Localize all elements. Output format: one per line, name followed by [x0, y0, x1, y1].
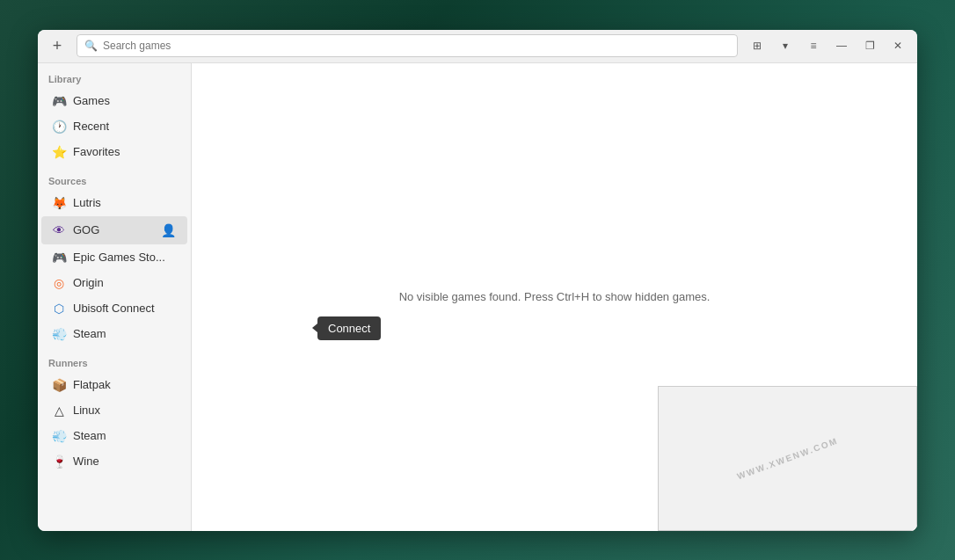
favorites-icon: ⭐ — [52, 145, 66, 159]
grid-view-button[interactable]: ⊞ — [745, 33, 769, 58]
sidebar-item-label: Steam — [73, 429, 177, 442]
recent-icon: 🕐 — [52, 120, 66, 134]
dropdown-button[interactable]: ▾ — [773, 33, 798, 58]
sources-section-label: Sources — [38, 165, 191, 190]
sidebar-item-label: Origin — [73, 276, 177, 289]
content-area: No visible games found. Press Ctrl+H to … — [192, 63, 917, 531]
sidebar-item-label: Recent — [73, 120, 177, 133]
close-button[interactable]: ✕ — [886, 33, 910, 58]
sidebar-item-steam[interactable]: 💨 Steam — [41, 322, 187, 346]
minimize-button[interactable]: — — [829, 33, 854, 58]
watermark-overlay: WWW.XWENW.COM — [658, 386, 917, 531]
sidebar-item-games[interactable]: 🎮 Games — [41, 89, 187, 113]
sidebar-item-label: Games — [73, 94, 177, 107]
epic-icon: 🎮 — [52, 251, 66, 265]
sidebar-item-label: Linux — [73, 404, 177, 417]
library-section-label: Library — [38, 63, 191, 88]
sidebar-item-label: Epic Games Sto... — [73, 251, 177, 264]
linux-icon: △ — [52, 404, 66, 418]
window-controls: ⊞ ▾ ≡ — ❐ ✕ — [745, 33, 910, 58]
gog-icon: 👁 — [52, 223, 66, 237]
wine-icon: 🍷 — [52, 455, 66, 469]
sidebar-item-recent[interactable]: 🕐 Recent — [41, 114, 187, 139]
sidebar-item-wine[interactable]: 🍷 Wine — [41, 449, 187, 474]
sidebar-item-gog[interactable]: 👁 GOG 👤 — [41, 216, 187, 244]
sidebar: Library 🎮 Games 🕐 Recent ⭐ Favorites Sou… — [38, 63, 192, 531]
sidebar-item-lutris[interactable]: 🦊 Lutris — [41, 191, 187, 215]
sidebar-item-steam-runner[interactable]: 💨 Steam — [41, 424, 187, 448]
sidebar-item-label: Wine — [73, 455, 177, 468]
search-bar: 🔍 — [77, 34, 738, 57]
steam-icon: 💨 — [52, 327, 66, 341]
games-icon: 🎮 — [52, 94, 66, 108]
origin-icon: ◎ — [52, 276, 66, 290]
sidebar-item-label: Ubisoft Connect — [73, 302, 177, 315]
sidebar-item-ubisoft[interactable]: ⬡ Ubisoft Connect — [41, 296, 187, 321]
flatpak-icon: 📦 — [52, 378, 66, 392]
sidebar-item-epic[interactable]: 🎮 Epic Games Sto... — [41, 245, 187, 270]
sidebar-item-label: GOG — [73, 223, 152, 236]
main-area: Library 🎮 Games 🕐 Recent ⭐ Favorites Sou… — [38, 63, 917, 531]
ubisoft-icon: ⬡ — [52, 302, 66, 316]
sidebar-item-label: Favorites — [73, 145, 177, 158]
sidebar-item-label: Steam — [73, 327, 177, 340]
sidebar-item-label: Lutris — [73, 196, 177, 209]
search-icon: 🔍 — [84, 40, 98, 52]
runners-section-label: Runners — [38, 347, 191, 372]
lutris-icon: 🦊 — [52, 196, 66, 210]
titlebar: + 🔍 ⊞ ▾ ≡ — ❐ ✕ — [38, 30, 917, 63]
search-input[interactable] — [103, 40, 730, 52]
steam-runner-icon: 💨 — [52, 429, 66, 443]
watermark-text: WWW.XWENW.COM — [736, 435, 840, 481]
sidebar-item-flatpak[interactable]: 📦 Flatpak — [41, 373, 187, 397]
sidebar-item-label: Flatpak — [73, 378, 177, 391]
sidebar-item-favorites[interactable]: ⭐ Favorites — [41, 140, 187, 164]
app-window: + 🔍 ⊞ ▾ ≡ — ❐ ✕ Library 🎮 Games 🕐 Recent — [38, 30, 917, 531]
sidebar-item-origin[interactable]: ◎ Origin — [41, 271, 187, 295]
add-tab-button[interactable]: + — [45, 33, 69, 58]
connect-icon-button[interactable]: 👤 — [159, 222, 177, 239]
menu-button[interactable]: ≡ — [801, 33, 826, 58]
sidebar-item-linux[interactable]: △ Linux — [41, 398, 187, 423]
maximize-button[interactable]: ❐ — [857, 33, 882, 58]
connect-popup: Connect — [317, 316, 381, 340]
empty-message: No visible games found. Press Ctrl+H to … — [399, 290, 711, 303]
